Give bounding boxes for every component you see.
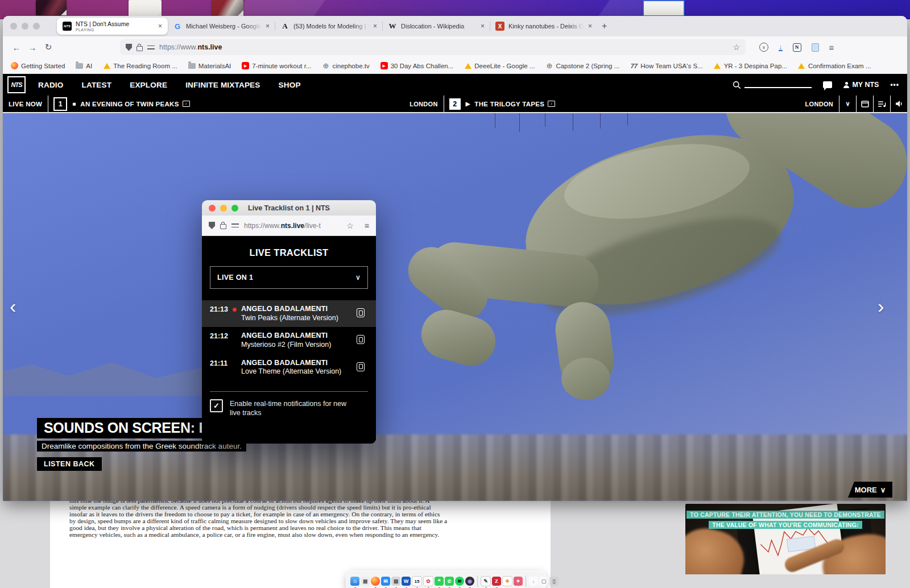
dock-zotero[interactable]: Z (492, 577, 501, 586)
desktop-file-icon[interactable] (36, 0, 67, 15)
track-row[interactable]: 21:12 ANGELO BADALAMENTI Mysterioso #2 (… (202, 327, 376, 354)
reload-button[interactable]: ↻ (40, 42, 56, 52)
forward-button[interactable]: → (24, 43, 40, 52)
tab-nts[interactable]: NTS NTS | Don't Assume PLAYING × (57, 18, 168, 35)
dock-firefox[interactable] (371, 577, 380, 586)
bookmark-team-usa[interactable]: 77How Team USA's S... (630, 62, 702, 69)
dock-spotify[interactable]: ≋ (455, 577, 464, 586)
nav-radio[interactable]: RADIO (38, 81, 64, 89)
zoom-window-button[interactable] (33, 23, 40, 30)
url-text[interactable]: https://www.nts.live (159, 43, 728, 51)
copy-icon[interactable] (357, 335, 365, 344)
close-tab-icon[interactable]: × (266, 22, 270, 30)
track-row[interactable]: 21:13 ANGELO BADALAMENTI Twin Peaks (Alt… (202, 300, 376, 327)
bookmark-despina[interactable]: YR - 3 Despina Pap... (714, 62, 787, 69)
notifications-checkbox-row[interactable]: ✓ Enable real-time notifications for new… (210, 399, 368, 418)
nav-latest[interactable]: LATEST (82, 81, 112, 89)
volume-button[interactable] (890, 96, 907, 112)
dock-podcasts[interactable]: ◉ (465, 577, 474, 586)
dock-scanner[interactable]: ▤ (391, 577, 400, 586)
url-text[interactable]: https://www.nts.live/live-t (244, 222, 341, 230)
dock-launchpad[interactable]: ▦ (361, 577, 370, 586)
lock-icon[interactable] (136, 46, 143, 51)
channel-1-strip[interactable]: 1 ■ AN EVENING OF TWIN PEAKS♪ LONDON (48, 96, 443, 112)
dock-finder[interactable]: ☺ (350, 577, 359, 586)
nav-infinite-mixtapes[interactable]: INFINITE MIXTAPES (185, 81, 260, 89)
dock-app-puzzle[interactable]: ❖ (502, 576, 512, 586)
tab-wikipedia[interactable]: W Dislocation - Wikipedia × (383, 16, 490, 36)
new-tab-button[interactable]: + (602, 21, 607, 31)
dock-downloads[interactable]: ↓ (529, 577, 538, 586)
bookmark-capstone[interactable]: ⊕Capstone 2 (Spring ... (545, 62, 619, 69)
bookmark-getting-started[interactable]: Getting Started (11, 62, 65, 69)
bookmark-star-icon[interactable]: ☆ (346, 221, 354, 230)
dock-textedit[interactable]: ✎ (481, 576, 491, 586)
nav-shop[interactable]: SHOP (279, 81, 301, 89)
close-window-button[interactable] (10, 23, 17, 30)
more-menu-icon[interactable]: ••• (890, 81, 899, 89)
bookmark-confirmation[interactable]: Confirmation Exam ... (798, 62, 871, 69)
shield-icon[interactable] (209, 222, 215, 229)
bookmark-deeelite[interactable]: DeeeLite - Google ... (464, 62, 535, 69)
nav-explore[interactable]: EXPLORE (130, 81, 167, 89)
desktop-file-icon[interactable] (129, 0, 162, 17)
close-tab-icon[interactable]: × (373, 22, 377, 30)
permissions-icon[interactable] (147, 45, 155, 50)
channel-1-badge[interactable]: 1 (53, 97, 67, 111)
lock-icon[interactable] (220, 224, 226, 229)
bookmark-workout[interactable]: ▶7-minute workout r... (242, 62, 311, 69)
bookmark-materialsai-folder[interactable]: MaterialsAI (188, 62, 231, 69)
minimize-window-button[interactable] (22, 23, 28, 30)
tracklist-button[interactable] (873, 96, 890, 112)
video-window[interactable]: TO CAPTURE THEIR ATTENTION, YOU NEED TO … (685, 504, 886, 574)
dock-calendar[interactable]: 15 (412, 576, 422, 586)
app-menu-icon[interactable]: ≡ (829, 43, 834, 52)
dock-keynote[interactable]: ✦ (514, 577, 523, 586)
dock-trash[interactable]: ▯ (549, 577, 559, 586)
copy-icon[interactable] (357, 362, 365, 371)
dock-photos[interactable]: ✿ (423, 576, 433, 586)
popup-titlebar[interactable]: Live Tracklist on 1 | NTS (202, 200, 376, 216)
permissions-icon[interactable] (231, 223, 239, 228)
play-icon[interactable]: ▶ (466, 101, 470, 107)
shield-icon[interactable] (126, 44, 132, 51)
channel-2-badge[interactable]: 2 (449, 98, 461, 110)
nts-logo[interactable]: NTS (7, 76, 26, 93)
copy-icon[interactable] (357, 308, 365, 317)
stop-icon[interactable]: ■ (72, 101, 76, 107)
my-nts-button[interactable]: MY NTS (843, 81, 879, 89)
track-row[interactable]: 21:11 ANGELO BADALAMENTI Love Theme (Alt… (202, 354, 376, 381)
bookmark-cinephobe[interactable]: ⊕cinephobe.tv (322, 62, 369, 69)
desktop-file-icon[interactable] (212, 0, 243, 16)
dock-messages[interactable]: ❝ (435, 577, 444, 586)
tab-google-search[interactable]: G Michael Weisberg - Google Sear × (168, 16, 275, 36)
dock-facetime[interactable]: ✆ (445, 577, 454, 586)
app-menu-icon[interactable]: ≡ (365, 221, 369, 230)
listen-back-button[interactable]: LISTEN BACK (37, 457, 102, 471)
checkbox-checked[interactable]: ✓ (210, 399, 223, 412)
sidebar-icon[interactable] (812, 43, 819, 52)
channel-dropdown[interactable]: LIVE ON 1 ∨ (210, 266, 368, 289)
tab-models[interactable]: A (53) Models for Modeling | Mich × (275, 16, 382, 36)
bookmark-ai-folder[interactable]: AI (76, 62, 92, 69)
pocket-icon[interactable]: ∨ (759, 43, 768, 52)
desktop-file-icon-selected[interactable] (643, 0, 685, 16)
close-tab-icon[interactable]: × (481, 22, 485, 30)
schedule-button[interactable] (856, 96, 873, 112)
dock-word[interactable]: W (402, 577, 411, 586)
dock-documents[interactable]: ▢ (539, 577, 548, 586)
chat-icon[interactable] (823, 81, 832, 88)
popup-url-bar[interactable]: https://www.nts.live/live-t ☆ ≡ (202, 216, 376, 236)
carousel-next-arrow[interactable]: › (878, 296, 884, 316)
dock-mail[interactable]: ✉ (381, 577, 390, 586)
channel-2-strip[interactable]: 2 ▶ THE TRILOGY TAPES♪ LONDON (444, 96, 839, 112)
bookmark-reading-room[interactable]: The Reading Room ... (103, 62, 177, 69)
carousel-prev-arrow[interactable]: ‹ (10, 296, 16, 316)
url-bar[interactable]: https://www.nts.live ☆ (120, 39, 746, 55)
bookmark-star-icon[interactable]: ☆ (733, 43, 740, 52)
downloads-icon[interactable]: ↓ (779, 44, 783, 51)
search-field[interactable] (733, 81, 812, 89)
close-tab-icon[interactable]: × (158, 22, 162, 30)
collapse-chevron-button[interactable]: ∨ (839, 96, 856, 112)
back-button[interactable]: ← (9, 43, 24, 52)
